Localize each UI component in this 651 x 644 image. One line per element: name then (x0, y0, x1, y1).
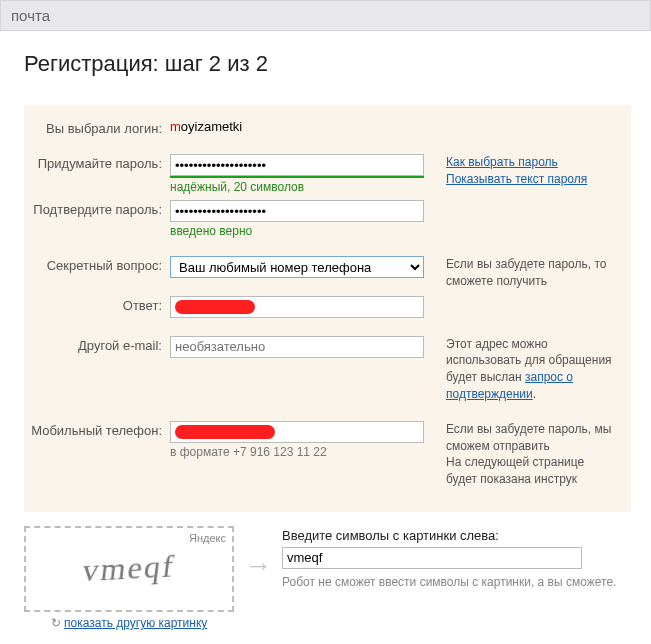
login-first-letter: m (170, 119, 181, 134)
captcha-image: Яндекс vmeqf (24, 526, 234, 612)
header-bar: почта (0, 0, 651, 31)
how-choose-password-link[interactable]: Как выбрать пароль (446, 155, 558, 169)
password2-label: Подтвердите пароль: (24, 200, 170, 238)
secret-hint: Если вы забудете пароль, то сможете полу… (430, 256, 617, 290)
other-email-input[interactable] (170, 336, 424, 358)
answer-input[interactable] (170, 296, 424, 318)
secret-label: Секретный вопрос: (24, 256, 170, 290)
phone-redacted (175, 425, 275, 439)
captcha-brand: Яндекс (189, 532, 226, 544)
password-input[interactable] (170, 154, 424, 176)
phone-sub: в формате +7 916 123 11 22 (170, 445, 430, 459)
refresh-icon: ↻ (51, 616, 61, 630)
secret-select[interactable]: Ваш любимый номер телефона (170, 256, 424, 278)
password-label: Придумайте пароль: (24, 154, 170, 194)
svg-line-0 (199, 630, 355, 644)
show-other-captcha[interactable]: ↻ показать другую картинку (24, 616, 234, 630)
answer-redacted (175, 300, 255, 314)
login-value: moyizametki (170, 119, 430, 136)
arrow-icon: → (244, 550, 272, 582)
captcha-block: Яндекс vmeqf ↻ показать другую картинку … (24, 526, 631, 630)
password2-input[interactable] (170, 200, 424, 222)
other-email-hint2-pre: будет выслан (446, 370, 525, 384)
login-rest: oyizametki (181, 119, 242, 134)
page-title: Регистрация: шаг 2 из 2 (24, 51, 631, 77)
password2-sub: введено верно (170, 224, 430, 238)
other-email-hint: Этот адрес можно использовать для обраще… (446, 337, 612, 368)
header-title: почта (11, 7, 50, 24)
phone-label: Мобильный телефон: (24, 421, 170, 488)
captcha-scrawl: vmeqf (80, 548, 177, 590)
phone-hint1: Если вы забудете пароль, мы сможем отпра… (446, 422, 611, 453)
captcha-input[interactable] (282, 547, 582, 569)
registration-form: Вы выбрали логин: moyizametki Придумайте… (24, 105, 631, 512)
phone-hint2: На следующей странице будет показана инс… (446, 455, 584, 486)
captcha-label: Введите символы с картинки слева: (282, 528, 631, 543)
show-password-link[interactable]: Показывать текст пароля (446, 172, 587, 186)
phone-input[interactable] (170, 421, 424, 443)
login-label: Вы выбрали логин: (24, 119, 170, 136)
password-strength-text: надёжный, 20 символов (170, 180, 430, 194)
captcha-sub: Робот не сможет ввести символы с картинк… (282, 575, 631, 589)
other-email-label: Другой e-mail: (24, 336, 170, 403)
answer-label: Ответ: (24, 296, 170, 318)
show-other-captcha-link[interactable]: показать другую картинку (64, 616, 207, 630)
